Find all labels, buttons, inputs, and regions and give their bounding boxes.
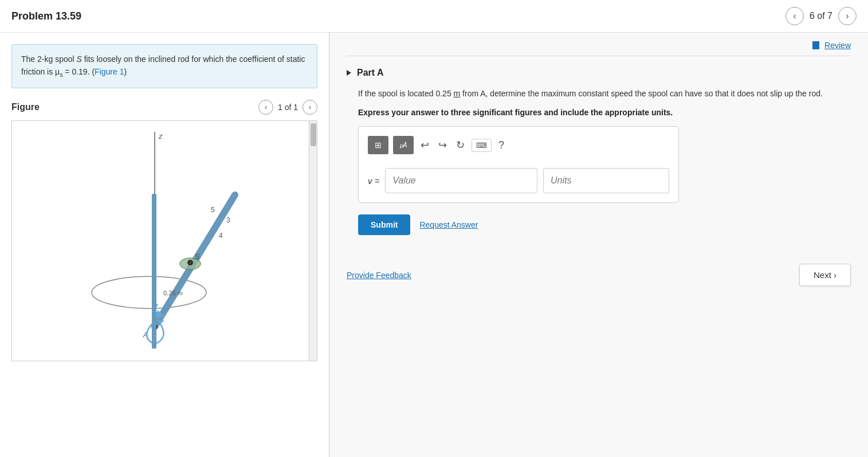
feedback-link[interactable]: Provide Feedback xyxy=(347,271,411,280)
express-instruction: Express your answer to three significant… xyxy=(358,108,851,117)
matrix-button[interactable]: ⊞ xyxy=(368,136,388,154)
figure-counter: 1 of 1 xyxy=(278,103,298,112)
equation-label: v = xyxy=(368,176,379,186)
keyboard-button[interactable]: ⌨ xyxy=(472,139,492,152)
scroll-thumb xyxy=(311,123,316,146)
problem-statement: The 2-kg spool S fits loosely on the inc… xyxy=(11,44,317,88)
part-toggle[interactable] xyxy=(347,70,351,76)
svg-text:3: 3 xyxy=(226,216,230,224)
refresh-icon: ↻ xyxy=(456,139,465,151)
review-bar: Review xyxy=(347,33,851,56)
help-button[interactable]: ? xyxy=(496,138,506,153)
figure-header: Figure ‹ 1 of 1 › xyxy=(11,100,317,115)
svg-text:0.25 m: 0.25 m xyxy=(163,290,183,296)
next-problem-button[interactable]: › xyxy=(838,7,857,25)
figure-next-button[interactable]: › xyxy=(303,100,317,115)
header: Problem 13.59 ‹ 6 of 7 › xyxy=(0,0,868,33)
math-toolbar: ⊞ μÅ ↩ ↪ ↻ xyxy=(368,136,669,160)
request-answer-button[interactable]: Request Answer xyxy=(419,220,478,229)
keyboard-icon: ⌨ xyxy=(476,141,487,150)
figure-container: z 0.25 m S xyxy=(11,120,317,361)
bottom-row: Provide Feedback Next › xyxy=(347,252,851,286)
svg-rect-15 xyxy=(152,326,156,349)
review-link[interactable]: Review xyxy=(809,41,851,50)
problem-title: Problem 13.59 xyxy=(11,10,81,22)
left-panel: The 2-kg spool S fits loosely on the inc… xyxy=(0,33,329,457)
figure-scrollbar[interactable] xyxy=(309,121,317,361)
submit-row: Submit Request Answer xyxy=(358,214,851,235)
part-a-title: Part A xyxy=(357,68,384,78)
svg-text:4: 4 xyxy=(219,232,223,240)
right-panel: Review Part A If the spool is located 0.… xyxy=(329,33,868,457)
answer-box: ⊞ μÅ ↩ ↪ ↻ xyxy=(358,126,679,203)
svg-text:5: 5 xyxy=(211,206,215,214)
svg-rect-16 xyxy=(152,194,156,327)
main-layout: The 2-kg spool S fits loosely on the inc… xyxy=(0,33,868,457)
next-label: Next › xyxy=(814,270,836,280)
input-row: v = xyxy=(368,168,669,193)
undo-icon: ↩ xyxy=(421,139,429,151)
redo-icon: ↪ xyxy=(438,139,447,151)
submit-button[interactable]: Submit xyxy=(358,214,410,235)
units-input[interactable] xyxy=(543,168,669,193)
redo-button[interactable]: ↪ xyxy=(436,138,449,153)
next-button[interactable]: Next › xyxy=(799,264,851,286)
svg-text:z: z xyxy=(158,132,163,140)
prev-problem-button[interactable]: ‹ xyxy=(785,7,804,25)
figure-title: Figure xyxy=(11,102,40,112)
value-input[interactable] xyxy=(385,168,537,193)
help-icon: ? xyxy=(498,139,504,151)
reset-button[interactable]: ↻ xyxy=(454,138,467,153)
part-a-content: If the spool is located 0.25 m from A, d… xyxy=(347,87,851,235)
figure-svg-area: z 0.25 m S xyxy=(12,121,309,361)
figure-svg: z 0.25 m S xyxy=(63,126,258,356)
figure-link[interactable]: Figure 1 xyxy=(95,67,124,76)
svg-point-2 xyxy=(92,276,206,308)
mu-icon: μÅ xyxy=(400,142,406,149)
problem-description: If the spool is located 0.25 m from A, d… xyxy=(358,87,851,100)
page-navigation: ‹ 6 of 7 › xyxy=(785,7,857,25)
figure-nav: ‹ 1 of 1 › xyxy=(258,100,317,115)
part-a-header: Part A xyxy=(347,68,851,78)
svg-text:S: S xyxy=(195,252,200,261)
mu-button[interactable]: μÅ xyxy=(393,136,414,154)
page-indicator: 6 of 7 xyxy=(810,11,832,21)
figure-prev-button[interactable]: ‹ xyxy=(258,100,273,115)
undo-button[interactable]: ↩ xyxy=(418,138,431,153)
matrix-icon: ⊞ xyxy=(375,140,382,150)
